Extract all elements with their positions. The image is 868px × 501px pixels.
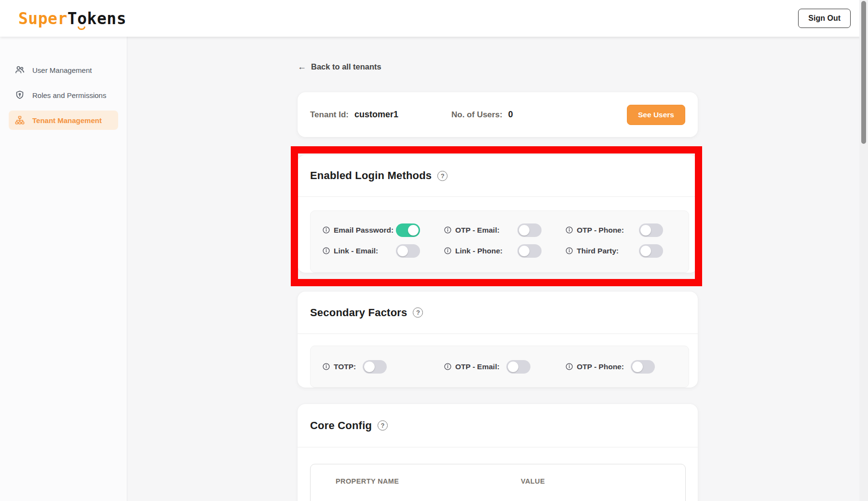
info-icon[interactable]	[566, 226, 573, 234]
divider	[298, 447, 698, 447]
toggle-totp[interactable]	[363, 360, 387, 374]
toggle-link-phone[interactable]	[517, 244, 542, 258]
toggle-otp-phone[interactable]	[639, 223, 663, 237]
logo-tokens-text: Tokens	[68, 9, 126, 28]
tenant-id-value: customer1	[354, 110, 398, 120]
sidebar-item-label: Tenant Management	[32, 116, 102, 125]
toggle-otp-email[interactable]	[517, 223, 542, 237]
divider	[298, 334, 698, 334]
supertokens-logo: Super Tokens	[18, 9, 126, 28]
info-icon[interactable]	[566, 247, 573, 254]
sidebar-item-label: Roles and Permissions	[32, 91, 106, 99]
factor-otp-phone-secondary: OTP - Phone:	[566, 360, 663, 374]
main-content: Back to all tenants Tenant Id: customer1…	[127, 37, 868, 501]
scrollbar-thumb[interactable]	[861, 1, 866, 144]
secondary-factors-panel: TOTP: OTP - Email:	[310, 346, 689, 388]
scrollbar-track[interactable]	[859, 0, 868, 501]
toggle-otp-email-secondary[interactable]	[506, 360, 530, 374]
back-to-tenants-link[interactable]: Back to all tenants	[298, 62, 381, 72]
question-mark-icon[interactable]	[413, 307, 423, 318]
shield-key-icon	[14, 90, 25, 100]
toggle-email-password[interactable]	[396, 223, 420, 237]
tenant-id-label: Tenant Id:	[310, 110, 349, 120]
factor-email-password: Email Password:	[323, 223, 420, 237]
section-title: Secondary Factors	[310, 306, 407, 319]
sidebar-item-label: User Management	[32, 66, 92, 74]
question-mark-icon[interactable]	[437, 171, 448, 181]
factor-totp: TOTP:	[323, 360, 420, 374]
logo-super-text: Super	[18, 9, 68, 28]
users-count-label: No. of Users:	[451, 110, 502, 120]
factor-otp-email: OTP - Email:	[444, 223, 542, 237]
info-icon[interactable]	[323, 363, 330, 370]
info-icon[interactable]	[323, 226, 330, 234]
users-count-group: No. of Users: 0	[451, 110, 513, 120]
left-arrow-icon	[298, 62, 306, 72]
secondary-factors-card: Secondary Factors TOTP:	[298, 292, 698, 388]
enabled-login-methods-card: Enabled Login Methods Email Password:	[298, 155, 698, 273]
tenant-summary-card: Tenant Id: customer1 No. of Users: 0 See…	[298, 92, 698, 137]
info-icon[interactable]	[566, 363, 573, 370]
factor-otp-email-secondary: OTP - Email:	[444, 360, 542, 374]
see-users-button[interactable]: See Users	[627, 105, 685, 125]
app-header: Super Tokens Sign Out	[0, 0, 868, 37]
sidebar-item-user-management[interactable]: User Management	[9, 60, 118, 80]
info-icon[interactable]	[444, 363, 451, 370]
back-link-label: Back to all tenants	[311, 62, 381, 71]
sign-out-button[interactable]: Sign Out	[798, 9, 851, 28]
toggle-otp-phone-secondary[interactable]	[631, 360, 655, 374]
core-config-table: PROPERTY NAME VALUE	[310, 464, 686, 501]
section-title: Enabled Login Methods	[310, 169, 432, 182]
sidebar-item-roles-permissions[interactable]: Roles and Permissions	[9, 85, 118, 105]
info-icon[interactable]	[444, 226, 451, 234]
tenant-id-group: Tenant Id: customer1	[310, 110, 398, 120]
info-icon[interactable]	[444, 247, 451, 254]
divider	[298, 196, 698, 197]
logo-lock-accent-icon	[78, 27, 85, 30]
question-mark-icon[interactable]	[378, 420, 388, 431]
column-header-property-name: PROPERTY NAME	[336, 477, 521, 485]
org-chart-icon	[14, 115, 25, 125]
factor-third-party: Third Party:	[566, 244, 663, 258]
core-config-card: Core Config PROPERTY NAME VALUE	[298, 404, 698, 501]
login-methods-panel: Email Password: OTP - Email:	[310, 210, 689, 273]
column-header-value: VALUE	[521, 477, 685, 485]
users-count-value: 0	[508, 110, 513, 120]
toggle-link-email[interactable]	[396, 244, 420, 258]
sidebar: User Management Roles and Permissions	[0, 37, 127, 501]
toggle-third-party[interactable]	[639, 244, 663, 258]
section-title: Core Config	[310, 419, 372, 432]
factor-link-email: Link - Email:	[323, 244, 420, 258]
factor-link-phone: Link - Phone:	[444, 244, 542, 258]
sidebar-item-tenant-management[interactable]: Tenant Management	[9, 111, 118, 130]
users-icon	[14, 65, 25, 75]
factor-otp-phone: OTP - Phone:	[566, 223, 663, 237]
info-icon[interactable]	[323, 247, 330, 254]
